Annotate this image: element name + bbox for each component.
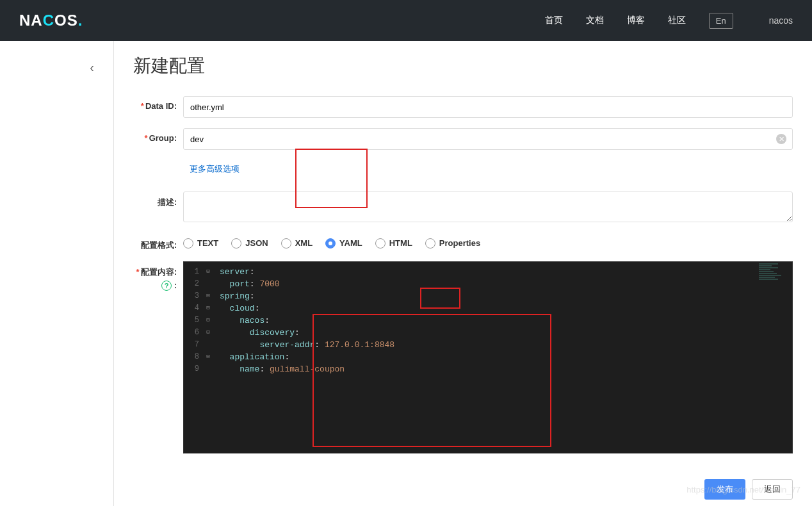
- code-editor[interactable]: 123456789 ⊟⊟⊟⊟⊟⊟ server: port: 7000sprin…: [183, 261, 793, 453]
- watermark: https://blog.csdn.net/weixin_77: [686, 485, 800, 494]
- data-id-input[interactable]: [183, 96, 793, 118]
- nav-docs[interactable]: 文档: [586, 15, 604, 26]
- data-id-label: Data ID:: [145, 101, 177, 111]
- editor-gutter: 123456789: [184, 262, 202, 453]
- format-radio-json[interactable]: JSON: [231, 238, 268, 249]
- format-radio-xml[interactable]: XML: [281, 238, 313, 249]
- editor-code[interactable]: server: port: 7000spring: cloud: nacos: …: [215, 262, 792, 453]
- content-label: 配置内容: [141, 267, 174, 277]
- nav-blog[interactable]: 博客: [627, 15, 645, 26]
- lang-toggle[interactable]: En: [709, 13, 733, 29]
- group-input[interactable]: [183, 128, 793, 150]
- format-label: 配置格式:: [141, 240, 177, 250]
- group-label: Group:: [149, 133, 177, 143]
- desc-textarea[interactable]: [183, 192, 793, 222]
- top-header: NACOS. 首页 文档 博客 社区 En nacos: [0, 0, 812, 41]
- user-menu[interactable]: nacos: [769, 15, 793, 26]
- help-icon[interactable]: ?: [161, 281, 172, 291]
- format-radio-yaml[interactable]: YAML: [325, 238, 362, 249]
- back-chevron-icon[interactable]: ‹: [90, 60, 94, 75]
- nav-community[interactable]: 社区: [668, 15, 686, 26]
- editor-fold-column: ⊟⊟⊟⊟⊟⊟: [202, 262, 215, 453]
- page-title: 新建配置: [133, 54, 793, 78]
- nav-home[interactable]: 首页: [545, 15, 563, 26]
- advanced-options-link[interactable]: 更多高级选项: [190, 160, 240, 179]
- sidebar: ‹: [0, 41, 114, 506]
- format-radio-text[interactable]: TEXT: [183, 238, 218, 249]
- format-radio-html[interactable]: HTML: [375, 238, 412, 249]
- logo: NACOS.: [19, 12, 83, 29]
- clear-group-icon[interactable]: ✕: [776, 134, 786, 144]
- desc-label: 描述:: [158, 197, 177, 207]
- top-nav: 首页 文档 博客 社区 En nacos: [545, 13, 793, 29]
- editor-minimap[interactable]: [759, 263, 791, 289]
- main-content: 新建配置 *Data ID: *Group: ✕ 更多高级选项 描述: 配置格式…: [114, 41, 812, 506]
- format-radio-properties[interactable]: Properties: [425, 238, 480, 249]
